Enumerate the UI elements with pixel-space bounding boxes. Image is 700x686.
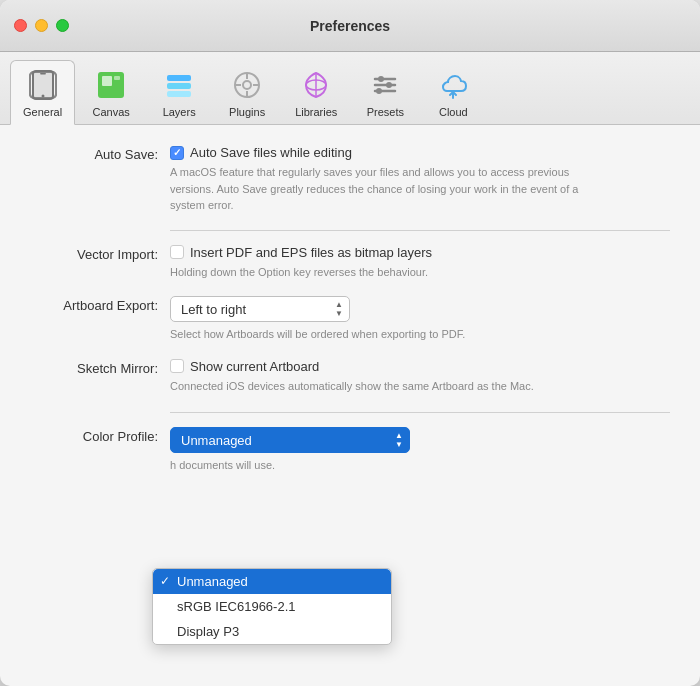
vector-import-content: Insert PDF and EPS files as bitmap layer… (170, 245, 670, 281)
tab-presets[interactable]: Presets (353, 61, 417, 124)
content-area: Auto Save: ✓ Auto Save files while editi… (0, 125, 700, 510)
autosave-checkbox[interactable]: ✓ (170, 146, 184, 160)
tab-cloud-label: Cloud (439, 106, 468, 118)
autosave-checkbox-label: Auto Save files while editing (190, 145, 352, 160)
vector-import-description: Holding down the Option key reverses the… (170, 264, 610, 281)
svg-rect-8 (114, 76, 120, 80)
artboard-export-select-value: Left to right (181, 302, 327, 317)
window-title: Preferences (310, 18, 390, 34)
svg-point-13 (243, 81, 251, 89)
tab-plugins-label: Plugins (229, 106, 265, 118)
dropdown-item-unmanaged-label: Unmanaged (177, 574, 248, 589)
vector-import-checkbox[interactable] (170, 245, 184, 259)
vector-import-main-line: Insert PDF and EPS files as bitmap layer… (170, 245, 670, 260)
plugins-icon (229, 67, 265, 103)
svg-rect-10 (167, 83, 191, 89)
dropdown-item-display-p3[interactable]: Display P3 (153, 619, 391, 644)
color-profile-main-line: Unmanaged ▲ ▼ (170, 427, 670, 453)
preferences-window: Preferences General (0, 0, 700, 686)
checkmark-icon: ✓ (173, 148, 181, 158)
sketch-mirror-checkbox[interactable] (170, 359, 184, 373)
toolbar: General Canvas Layers (0, 52, 700, 125)
artboard-export-label: Artboard Export: (30, 296, 170, 313)
divider-1 (170, 230, 670, 231)
artboard-export-main-line: Left to right ▲ ▼ (170, 296, 670, 322)
color-profile-description: h documents will use. (170, 457, 610, 474)
color-profile-label: Color Profile: (30, 427, 170, 444)
titlebar: Preferences (0, 0, 700, 52)
general-icon (25, 67, 61, 103)
svg-rect-11 (167, 91, 191, 97)
sketch-mirror-description: Connected iOS devices automatically show… (170, 378, 610, 395)
svg-point-24 (386, 82, 392, 88)
tab-layers[interactable]: Layers (147, 61, 211, 124)
divider-2 (170, 412, 670, 413)
tab-libraries[interactable]: Libraries (283, 61, 349, 124)
dropdown-item-srgb[interactable]: sRGB IEC61966-2.1 (153, 594, 391, 619)
color-profile-arrows-icon: ▲ ▼ (395, 432, 403, 449)
autosave-content: ✓ Auto Save files while editing A macOS … (170, 145, 670, 214)
svg-point-25 (376, 88, 382, 94)
tab-cloud[interactable]: Cloud (421, 61, 485, 124)
tab-presets-label: Presets (367, 106, 404, 118)
tab-plugins[interactable]: Plugins (215, 61, 279, 124)
maximize-button[interactable] (56, 19, 69, 32)
svg-rect-1 (34, 72, 52, 98)
autosave-label: Auto Save: (30, 145, 170, 162)
layers-icon (161, 67, 197, 103)
artboard-export-content: Left to right ▲ ▼ Select how Artboards w… (170, 296, 670, 343)
svg-rect-5 (40, 73, 46, 75)
autosave-main-line: ✓ Auto Save files while editing (170, 145, 670, 160)
minimize-button[interactable] (35, 19, 48, 32)
tab-general-label: General (23, 106, 62, 118)
sketch-mirror-checkbox-label: Show current Artboard (190, 359, 319, 374)
artboard-export-select[interactable]: Left to right ▲ ▼ (170, 296, 350, 322)
svg-point-4 (41, 95, 44, 98)
canvas-icon (93, 67, 129, 103)
svg-point-23 (378, 76, 384, 82)
dropdown-item-display-p3-label: Display P3 (177, 624, 239, 639)
sketch-mirror-content: Show current Artboard Connected iOS devi… (170, 359, 670, 395)
artboard-export-description: Select how Artboards will be ordered whe… (170, 326, 610, 343)
color-profile-dropdown: Unmanaged sRGB IEC61966-2.1 Display P3 (152, 568, 392, 645)
vector-import-label: Vector Import: (30, 245, 170, 262)
svg-rect-9 (167, 75, 191, 81)
cloud-icon (435, 67, 471, 103)
sketch-mirror-main-line: Show current Artboard (170, 359, 670, 374)
presets-icon (367, 67, 403, 103)
tab-general[interactable]: General (10, 60, 75, 125)
libraries-icon (298, 67, 334, 103)
dropdown-item-srgb-label: sRGB IEC61966-2.1 (177, 599, 296, 614)
tab-canvas-label: Canvas (92, 106, 129, 118)
svg-rect-7 (102, 76, 112, 86)
color-profile-row: Color Profile: Unmanaged ▲ ▼ h documents… (30, 427, 670, 474)
traffic-lights (14, 19, 69, 32)
close-button[interactable] (14, 19, 27, 32)
sketch-mirror-label: Sketch Mirror: (30, 359, 170, 376)
color-profile-content: Unmanaged ▲ ▼ h documents will use. (170, 427, 670, 474)
dropdown-item-unmanaged[interactable]: Unmanaged (153, 569, 391, 594)
color-profile-select[interactable]: Unmanaged ▲ ▼ (170, 427, 410, 453)
autosave-description: A macOS feature that regularly saves you… (170, 164, 610, 214)
artboard-export-row: Artboard Export: Left to right ▲ ▼ Selec… (30, 296, 670, 343)
autosave-row: Auto Save: ✓ Auto Save files while editi… (30, 145, 670, 214)
select-arrows-icon: ▲ ▼ (335, 301, 343, 318)
color-profile-select-value: Unmanaged (181, 433, 387, 448)
vector-import-row: Vector Import: Insert PDF and EPS files … (30, 245, 670, 281)
vector-import-checkbox-label: Insert PDF and EPS files as bitmap layer… (190, 245, 432, 260)
tab-libraries-label: Libraries (295, 106, 337, 118)
tab-canvas[interactable]: Canvas (79, 61, 143, 124)
tab-layers-label: Layers (163, 106, 196, 118)
sketch-mirror-row: Sketch Mirror: Show current Artboard Con… (30, 359, 670, 395)
